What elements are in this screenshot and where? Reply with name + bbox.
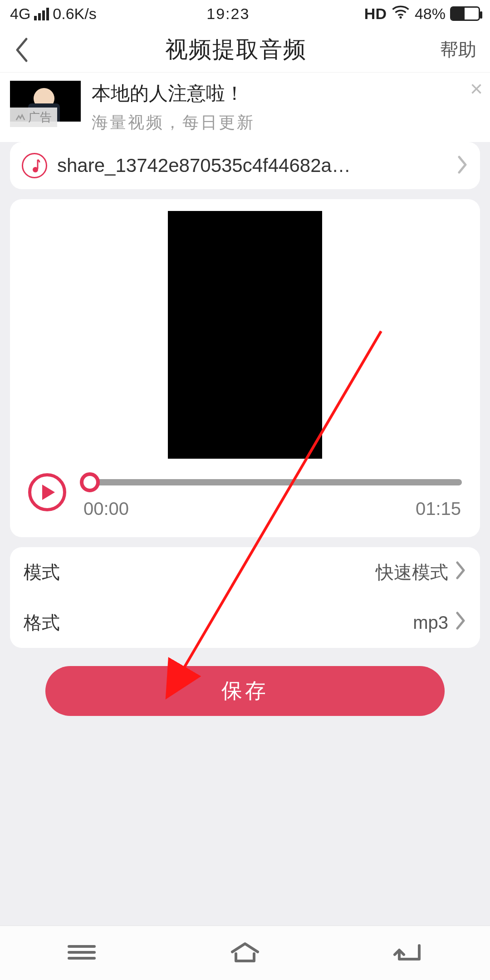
play-button[interactable] — [28, 473, 66, 511]
network-type: 4G — [10, 5, 30, 23]
svg-marker-4 — [42, 485, 55, 500]
back-button[interactable] — [14, 36, 41, 64]
ad-tag: 广告 — [10, 108, 57, 127]
data-speed: 0.6K/s — [53, 5, 96, 23]
signal-icon — [34, 7, 49, 20]
ad-thumbnail: 广告 — [10, 81, 81, 122]
chevron-right-icon — [456, 155, 468, 176]
page-title: 视频提取音频 — [41, 34, 431, 65]
file-name: share_13742e870535c4f44682a… — [57, 155, 446, 176]
format-row[interactable]: 格式 mp3 — [10, 598, 480, 648]
home-button[interactable] — [226, 941, 264, 965]
mode-value: 快速模式 — [376, 560, 448, 585]
ad-close-button[interactable]: × — [470, 78, 483, 100]
system-nav-bar — [0, 926, 490, 980]
status-bar: 4G 0.6K/s 19:23 HD 48% — [0, 0, 490, 27]
recent-apps-button[interactable] — [63, 941, 101, 965]
chevron-right-icon — [455, 561, 466, 584]
ad-title: 本地的人注意啦！ — [92, 81, 480, 106]
title-bar: 视频提取音频 帮助 — [0, 27, 490, 73]
battery-icon — [450, 6, 480, 21]
svg-point-3 — [33, 167, 38, 172]
wifi-icon — [391, 2, 410, 25]
save-button-label: 保存 — [221, 677, 269, 705]
player-card: 00:00 01:15 — [10, 199, 480, 537]
back-system-button[interactable] — [389, 941, 427, 965]
video-preview[interactable] — [168, 211, 322, 459]
options-card: 模式 快速模式 格式 mp3 — [10, 547, 480, 648]
battery-percent: 48% — [415, 5, 446, 23]
ad-subtitle: 海量视频，每日更新 — [92, 112, 480, 134]
file-row[interactable]: share_13742e870535c4f44682a… — [10, 142, 480, 189]
hd-label: HD — [364, 5, 387, 23]
clock: 19:23 — [97, 5, 360, 23]
format-value: mp3 — [413, 612, 448, 633]
save-button[interactable]: 保存 — [45, 666, 445, 716]
total-time: 01:15 — [416, 499, 461, 519]
svg-point-2 — [399, 16, 402, 19]
help-link[interactable]: 帮助 — [431, 37, 476, 62]
seek-slider[interactable] — [83, 472, 462, 492]
chevron-right-icon — [455, 611, 466, 634]
music-icon — [22, 153, 47, 178]
mode-row[interactable]: 模式 快速模式 — [10, 547, 480, 598]
format-label: 格式 — [24, 610, 60, 635]
mode-label: 模式 — [24, 560, 60, 585]
current-time: 00:00 — [83, 499, 129, 519]
ad-banner[interactable]: 广告 本地的人注意啦！ 海量视频，每日更新 × — [0, 73, 490, 142]
